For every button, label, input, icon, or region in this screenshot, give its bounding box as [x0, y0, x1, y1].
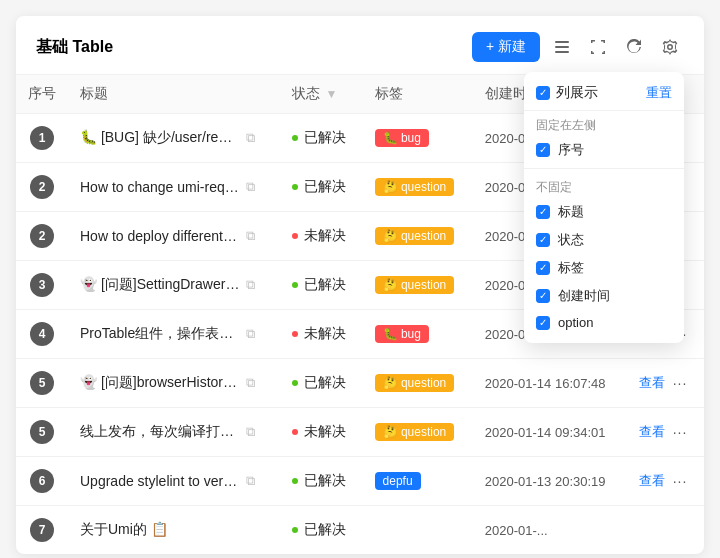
col-checkbox-status[interactable]: [536, 233, 550, 247]
not-pinned-section-label: 不固定: [524, 173, 684, 198]
density-icon[interactable]: [548, 35, 576, 59]
table-row: 5👻 [问题]browserHistory模...⧉已解决🤔 question2…: [16, 359, 704, 408]
col-item-title[interactable]: 标题: [524, 198, 684, 226]
cell-status: 已解决: [280, 359, 363, 408]
tag-badge: 🐛 bug: [375, 325, 429, 343]
status-dot: [292, 184, 298, 190]
copy-icon[interactable]: ⧉: [246, 130, 255, 146]
new-button[interactable]: + 新建: [472, 32, 540, 62]
cell-tag: 🐛 bug: [363, 310, 473, 359]
fullscreen-icon[interactable]: [584, 35, 612, 59]
main-card: 基础 Table + 新建: [16, 16, 704, 554]
row-index-badge: 2: [30, 224, 54, 248]
reset-button[interactable]: 重置: [646, 84, 672, 102]
row-index-badge: 1: [30, 126, 54, 150]
action-view-link[interactable]: 查看: [639, 374, 665, 392]
col-item-status[interactable]: 状态: [524, 226, 684, 254]
table-row: 6Upgrade stylelint to versio...⧉已解决depfu…: [16, 457, 704, 506]
cell-action: 查看···: [627, 408, 704, 457]
col-label-option: option: [558, 315, 593, 330]
status-dot: [292, 527, 298, 533]
row-index-badge: 5: [30, 420, 54, 444]
all-columns-checkbox[interactable]: [536, 86, 550, 100]
col-checkbox-title[interactable]: [536, 205, 550, 219]
col-header-title: 标题: [68, 75, 280, 114]
tag-badge: 🤔 question: [375, 178, 455, 196]
cell-time: 2020-01-14 09:34:01: [473, 408, 627, 457]
status-text: 未解决: [304, 325, 346, 343]
copy-icon[interactable]: ⧉: [246, 375, 255, 391]
cell-action: 查看···: [627, 359, 704, 408]
cell-title: How to deploy different en...⧉: [68, 212, 280, 261]
cell-title: How to change umi-reques...⧉: [68, 163, 280, 212]
cell-index: 5: [16, 359, 68, 408]
cell-title: Upgrade stylelint to versio...⧉: [68, 457, 280, 506]
col-item-tag[interactable]: 标签: [524, 254, 684, 282]
status-text: 已解决: [304, 374, 346, 392]
cell-tag: 🐛 bug: [363, 114, 473, 163]
col-item-time[interactable]: 创建时间: [524, 282, 684, 310]
copy-icon[interactable]: ⧉: [246, 179, 255, 195]
cell-action: [627, 506, 704, 555]
title-text: 👻 [问题]SettingDrawer显...: [80, 276, 240, 294]
svg-rect-2: [555, 51, 569, 53]
cell-tag: 🤔 question: [363, 212, 473, 261]
copy-icon[interactable]: ⧉: [246, 326, 255, 342]
card-header: 基础 Table + 新建: [16, 16, 704, 75]
status-dot: [292, 135, 298, 141]
action-more-button[interactable]: ···: [673, 424, 688, 440]
col-checkbox-tag[interactable]: [536, 261, 550, 275]
status-dot: [292, 282, 298, 288]
col-header-status[interactable]: 状态 ▼: [280, 75, 363, 114]
status-text: 已解决: [304, 129, 346, 147]
status-text: 已解决: [304, 521, 346, 539]
dropdown-title: 列展示: [536, 84, 598, 102]
action-more-button[interactable]: ···: [673, 473, 688, 489]
cell-title: 关于Umi的 📋: [68, 506, 280, 555]
dropdown-header: 列展示 重置: [524, 84, 684, 111]
col-label-status: 状态: [558, 231, 584, 249]
dropdown-title-label: 列展示: [556, 84, 598, 102]
col-item-index[interactable]: 序号: [524, 136, 684, 164]
cell-title: 👻 [问题]browserHistory模...⧉: [68, 359, 280, 408]
title-text: Upgrade stylelint to versio...: [80, 473, 240, 489]
row-index-badge: 6: [30, 469, 54, 493]
refresh-icon[interactable]: [620, 35, 648, 59]
cell-index: 7: [16, 506, 68, 555]
col-checkbox-time[interactable]: [536, 289, 550, 303]
col-checkbox-option[interactable]: [536, 316, 550, 330]
tag-badge: 🤔 question: [375, 227, 455, 245]
cell-time: 2020-01-13 20:30:19: [473, 457, 627, 506]
col-label-title: 标题: [558, 203, 584, 221]
copy-icon[interactable]: ⧉: [246, 424, 255, 440]
col-checkbox-index[interactable]: [536, 143, 550, 157]
header-actions: + 新建: [472, 32, 684, 62]
action-more-button[interactable]: ···: [673, 375, 688, 391]
cell-time: 2020-01-14 16:07:48: [473, 359, 627, 408]
col-header-index: 序号: [16, 75, 68, 114]
cell-status: 已解决: [280, 457, 363, 506]
cell-index: 6: [16, 457, 68, 506]
cell-title: 线上发布，每次编译打包...⧉: [68, 408, 280, 457]
svg-rect-0: [555, 41, 569, 43]
table-row: 7关于Umi的 📋已解决2020-01-...: [16, 506, 704, 555]
cell-index: 4: [16, 310, 68, 359]
cell-tag: 🤔 question: [363, 163, 473, 212]
status-text: 未解决: [304, 423, 346, 441]
title-text: 线上发布，每次编译打包...: [80, 423, 240, 441]
cell-action: 查看···: [627, 457, 704, 506]
tag-badge: depfu: [375, 472, 421, 490]
copy-icon[interactable]: ⧉: [246, 228, 255, 244]
action-view-link[interactable]: 查看: [639, 472, 665, 490]
cell-status: 已解决: [280, 114, 363, 163]
copy-icon[interactable]: ⧉: [246, 277, 255, 293]
copy-icon[interactable]: ⧉: [246, 473, 255, 489]
title-text: How to change umi-reques...: [80, 179, 240, 195]
col-item-option[interactable]: option: [524, 310, 684, 335]
status-text: 未解决: [304, 227, 346, 245]
filter-icon[interactable]: ▼: [326, 87, 338, 101]
settings-icon[interactable]: [656, 35, 684, 59]
title-text: 关于Umi的 📋: [80, 521, 168, 539]
action-view-link[interactable]: 查看: [639, 423, 665, 441]
cell-title: 👻 [问题]SettingDrawer显...⧉: [68, 261, 280, 310]
